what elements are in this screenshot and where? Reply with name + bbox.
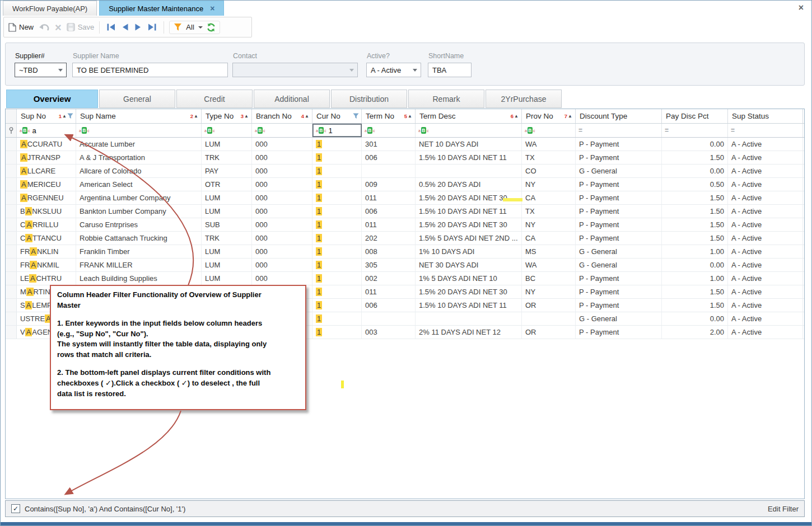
filter-cell-pay-disc-pct[interactable]: = bbox=[662, 124, 728, 137]
column-header-branch-no[interactable]: Branch No4▲ bbox=[252, 109, 312, 123]
filter-cell-type-no[interactable]: aBc bbox=[202, 124, 252, 137]
column-header-term-no[interactable]: Term No5▲ bbox=[362, 109, 416, 123]
shortname-field[interactable]: TBA bbox=[428, 63, 472, 77]
abc-contains-icon[interactable]: aBc bbox=[365, 127, 375, 134]
tab-workflow-payable[interactable]: WorkFlow Payable(AP) bbox=[3, 1, 97, 16]
table-row[interactable]: AJTRANSPA & J TransportationTRK00010061.… bbox=[6, 151, 804, 165]
tab-overview[interactable]: Overview bbox=[6, 90, 98, 108]
first-record-icon[interactable] bbox=[107, 24, 115, 31]
cell-sup-no: ACCURATU bbox=[17, 138, 76, 151]
cell-pay-disc-pct: 1.50 bbox=[662, 151, 728, 164]
supplier-name-field[interactable]: TO BE DETERMINED bbox=[72, 63, 228, 77]
table-row[interactable]: CARRILLUCaruso EntrprisesSUB00010111.5% … bbox=[6, 218, 804, 232]
edit-filter-button[interactable]: Edit Filter bbox=[768, 505, 799, 513]
table-row[interactable]: ACCURATUAccurate LumberLUM0001301NET 10 … bbox=[6, 138, 804, 151]
table-row[interactable]: AMERICEUAmerican SelectOTR00010090.5% 20… bbox=[6, 178, 804, 191]
undo-button[interactable] bbox=[39, 24, 50, 31]
contact-combo[interactable] bbox=[232, 63, 358, 77]
cell-prov-no: WA bbox=[522, 259, 576, 271]
cell-sup-no: BANKSLUU bbox=[17, 205, 76, 218]
cell-cur-no: 1 bbox=[312, 326, 362, 339]
refresh-icon[interactable] bbox=[207, 23, 216, 32]
table-row[interactable]: ALLCAREAllcare of ColoradoPAY0001COG - G… bbox=[6, 165, 804, 178]
delete-button[interactable]: × bbox=[55, 22, 62, 33]
abc-contains-icon[interactable]: aBc bbox=[316, 127, 326, 134]
filter-cell-term-no[interactable]: aBc bbox=[362, 124, 416, 137]
cell-cur-no: 1 bbox=[312, 232, 362, 245]
column-header-cur-no[interactable]: Cur No bbox=[312, 109, 362, 123]
match-highlight: 1 bbox=[316, 247, 322, 256]
new-button[interactable]: New bbox=[8, 23, 34, 32]
filter-funnel-icon[interactable] bbox=[174, 23, 182, 31]
table-row[interactable]: LEACHTRULeach Building SuppliesLUM000100… bbox=[6, 272, 804, 285]
cell-type-no: LUM bbox=[202, 259, 252, 271]
previous-record-icon[interactable] bbox=[122, 24, 128, 31]
window-close-icon[interactable]: × bbox=[799, 3, 804, 12]
cell-cur-no: 1 bbox=[312, 285, 362, 298]
abc-contains-icon[interactable]: aBc bbox=[20, 127, 30, 134]
table-row[interactable]: FRANKLINFranklin TimberLUM00010081% 10 D… bbox=[6, 245, 804, 259]
column-header-sup-status[interactable]: Sup Status bbox=[728, 109, 803, 123]
tab-remark[interactable]: Remark bbox=[408, 90, 484, 108]
row-indicator-gutter bbox=[6, 165, 17, 177]
column-filter-funnel-icon[interactable] bbox=[67, 113, 73, 119]
column-header-discount-type[interactable]: Discount Type bbox=[576, 109, 662, 123]
tab-additional[interactable]: Additional bbox=[254, 90, 330, 108]
equals-filter-icon[interactable]: = bbox=[578, 127, 582, 134]
equals-filter-icon[interactable]: = bbox=[665, 127, 669, 134]
new-button-label: New bbox=[19, 23, 34, 31]
grid-header-row: Sup No1▲Sup Name2▲Type No3▲Branch No4▲Cu… bbox=[6, 109, 804, 124]
filter-cell-sup-status[interactable]: = bbox=[728, 124, 803, 137]
page-tab-strip: OverviewGeneralCreditAdditionalDistribut… bbox=[6, 90, 563, 108]
column-header-type-no[interactable]: Type No3▲ bbox=[202, 109, 252, 123]
table-row[interactable]: BANKSLUUBankton Lumber CompanyLUM0001006… bbox=[6, 205, 804, 218]
cell-discount-type: G - General bbox=[576, 259, 662, 271]
filter-cell-prov-no[interactable]: aBc bbox=[522, 124, 576, 137]
last-record-icon[interactable] bbox=[148, 24, 156, 31]
match-highlight: 1 bbox=[316, 180, 322, 189]
filter-cell-sup-name[interactable]: aBc bbox=[76, 124, 202, 137]
cell-sup-no: FRANKLIN bbox=[17, 245, 76, 258]
column-header-sup-name[interactable]: Sup Name2▲ bbox=[76, 109, 202, 123]
tab-distribution[interactable]: Distribution bbox=[331, 90, 407, 108]
table-row[interactable]: CATTANCURobbie Cattanach TruckingTRK0001… bbox=[6, 232, 804, 245]
tab-credit[interactable]: Credit bbox=[176, 90, 253, 108]
filter-cell-term-desc[interactable]: aBc bbox=[416, 124, 522, 137]
column-header-pay-disc-pct[interactable]: Pay Disc Pct bbox=[662, 109, 728, 123]
table-row[interactable]: ARGENNEUArgentina Lumber CompanyLUM00010… bbox=[6, 191, 804, 205]
filter-cell-sup-no[interactable]: aBca bbox=[17, 124, 76, 137]
abc-contains-icon[interactable]: aBc bbox=[525, 127, 535, 134]
match-highlight: 1 bbox=[316, 167, 322, 175]
filter-condition-checkbox[interactable]: ✓ bbox=[11, 504, 20, 513]
save-button[interactable]: Save bbox=[67, 23, 95, 31]
tab-close-icon[interactable]: × bbox=[210, 4, 214, 12]
match-highlight: 1 bbox=[316, 328, 322, 336]
tab-2yrpurchase[interactable]: 2YrPurchase bbox=[486, 90, 562, 108]
column-header-prov-no[interactable]: Prov No7▲ bbox=[522, 109, 576, 123]
next-record-icon[interactable] bbox=[135, 24, 141, 31]
supplier-no-combo[interactable]: ~TBD bbox=[15, 63, 67, 77]
filter-cell-cur-no[interactable]: aBc1 bbox=[312, 124, 362, 137]
abc-contains-icon[interactable]: aBc bbox=[204, 127, 214, 134]
cell-sup-status: A - Active bbox=[728, 218, 803, 231]
tab-general[interactable]: General bbox=[99, 90, 175, 108]
cell-sup-status: A - Active bbox=[728, 272, 803, 285]
cell-sup-name: Allcare of Colorado bbox=[76, 165, 202, 177]
tab-supplier-master-maintenance[interactable]: Supplier Master Maintenance × bbox=[99, 1, 224, 16]
filter-cell-discount-type[interactable]: = bbox=[576, 124, 662, 137]
column-header-term-desc[interactable]: Term Desc6▲ bbox=[416, 109, 522, 123]
abc-contains-icon[interactable]: aBc bbox=[255, 127, 265, 134]
filter-cell-branch-no[interactable]: aBc bbox=[252, 124, 312, 137]
equals-filter-icon[interactable]: = bbox=[731, 127, 735, 134]
match-highlight: A bbox=[26, 288, 34, 296]
column-header-sup-no[interactable]: Sup No1▲ bbox=[17, 109, 76, 123]
table-row[interactable]: FRANKMILFRANK MILLERLUM0001305NET 30 DAY… bbox=[6, 259, 804, 272]
cell-discount-type: P - Payment bbox=[576, 151, 662, 164]
abc-contains-icon[interactable]: aBc bbox=[418, 127, 428, 134]
filter-scope-dropdown[interactable]: All bbox=[186, 23, 202, 31]
column-filter-funnel-icon[interactable] bbox=[353, 113, 359, 119]
active-combo[interactable]: A - Active bbox=[366, 63, 421, 77]
grid-filter-row: aBcaaBcaBcaBcaBc1aBcaBcaBc=== bbox=[6, 124, 804, 138]
abc-contains-icon[interactable]: aBc bbox=[79, 127, 89, 134]
cell-cur-no: 1 bbox=[312, 178, 362, 191]
